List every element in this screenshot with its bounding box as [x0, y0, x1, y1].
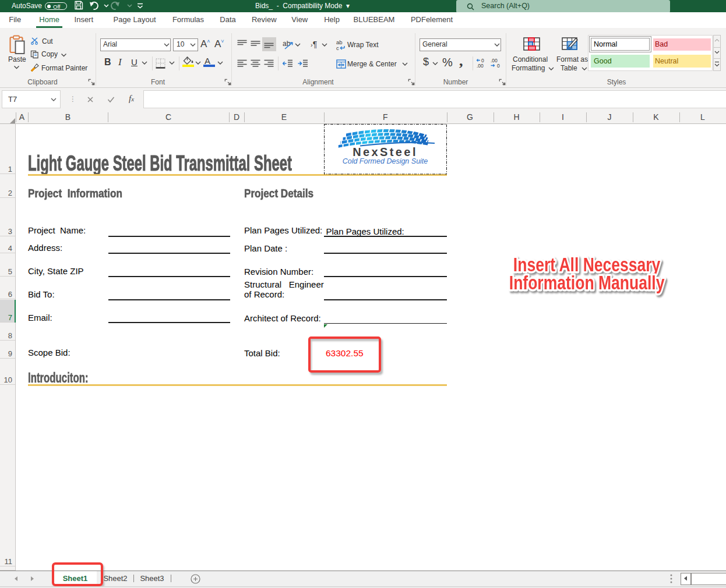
svg-text:c: c — [336, 45, 339, 51]
svg-text:Information Manually: Information Manually — [509, 271, 665, 294]
svg-text:.00: .00 — [477, 63, 484, 69]
svg-text:ab: ab — [283, 40, 291, 48]
svg-text:Cold Formed Design Suite: Cold Formed Design Suite — [343, 157, 428, 165]
svg-text:0: 0 — [497, 63, 500, 69]
svg-text:NexSteel: NexSteel — [353, 146, 418, 158]
